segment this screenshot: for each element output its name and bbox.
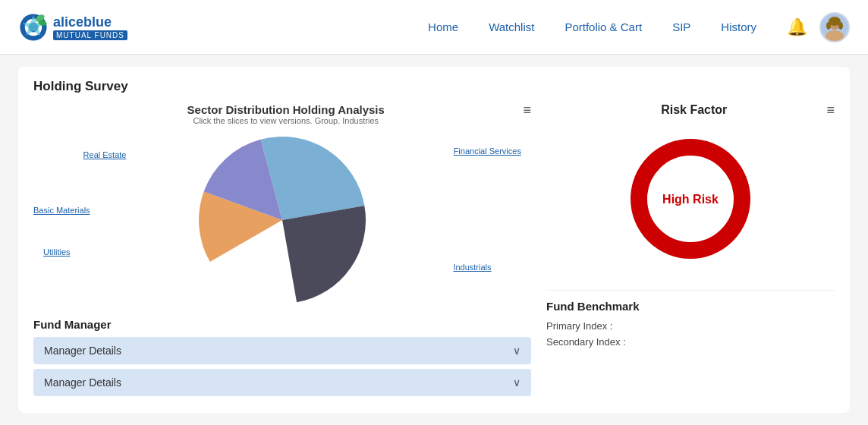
logo-name: aliceblue	[53, 14, 127, 30]
logo-area: aliceblue MUTUAL FUNDS	[18, 12, 127, 42]
secondary-index-label: Secondary Index :	[546, 336, 626, 348]
nav-watchlist[interactable]: Watchlist	[489, 20, 534, 33]
svg-point-11	[838, 22, 843, 30]
chart-menu-icon[interactable]: ≡	[523, 103, 531, 117]
label-industrials: Industrials	[453, 263, 491, 272]
logo-text: aliceblue MUTUAL FUNDS	[53, 14, 127, 40]
notification-bell-icon[interactable]: 🔔	[787, 17, 807, 37]
right-column: Risk Factor ≡ High Risk Fund Ben	[546, 103, 835, 401]
fund-manager-section: Fund Manager Manager Details ∨ Manager D…	[33, 318, 531, 401]
svg-point-7	[826, 30, 844, 41]
primary-index-row: Primary Index :	[546, 320, 835, 332]
label-utilities: Utilities	[43, 247, 70, 257]
nav-sip[interactable]: SIP	[672, 20, 690, 33]
header: aliceblue MUTUAL FUNDS Home Watchlist Po…	[0, 0, 868, 55]
chevron-down-icon-2: ∨	[513, 376, 520, 389]
logo-sub: MUTUAL FUNDS	[53, 30, 127, 40]
chart-title-group: Sector Distribution Holding Analysis Cli…	[49, 103, 523, 125]
label-basic-materials: Basic Materials	[33, 206, 90, 215]
risk-header: Risk Factor ≡	[546, 103, 835, 117]
chart-subtitle: Click the slices to view versions. Group…	[49, 116, 523, 125]
content-card: Holding Survey Sector Distribution Holdi…	[18, 67, 850, 413]
main-content: Holding Survey Sector Distribution Holdi…	[0, 55, 868, 425]
logo-icon	[18, 12, 49, 42]
chart-area: Financial Services Industrials Utilities…	[33, 128, 531, 312]
fund-manager-title: Fund Manager	[33, 318, 531, 331]
nav-portfolio[interactable]: Portfolio & Cart	[565, 20, 642, 33]
left-column: Sector Distribution Holding Analysis Cli…	[33, 103, 531, 401]
donut-container: High Risk	[546, 123, 835, 275]
risk-title: Risk Factor	[561, 103, 826, 117]
page-title: Holding Survey	[33, 79, 835, 94]
label-real-estate: Real Estate	[83, 150, 127, 159]
manager-row-1[interactable]: Manager Details ∨	[33, 337, 531, 364]
risk-menu-icon[interactable]: ≡	[826, 103, 835, 117]
chart-title: Sector Distribution Holding Analysis	[49, 103, 523, 116]
main-nav: Home Watchlist Portfolio & Cart SIP Hist…	[428, 20, 756, 33]
manager-row-2-label: Manager Details	[44, 376, 121, 389]
pie-slice-industrials[interactable]	[282, 206, 366, 302]
chart-header: Sector Distribution Holding Analysis Cli…	[33, 103, 531, 125]
two-column-layout: Sector Distribution Holding Analysis Cli…	[33, 103, 835, 401]
svg-point-10	[826, 22, 831, 30]
nav-history[interactable]: History	[721, 20, 756, 33]
avatar[interactable]	[819, 12, 850, 42]
header-icons: 🔔	[787, 12, 850, 42]
chevron-down-icon-1: ∨	[513, 345, 520, 357]
manager-row-1-label: Manager Details	[44, 345, 121, 357]
risk-donut-chart: High Risk	[622, 131, 759, 267]
label-financial-services: Financial Services	[454, 146, 521, 156]
nav-home[interactable]: Home	[428, 20, 458, 33]
chart-section: Sector Distribution Holding Analysis Cli…	[33, 103, 531, 312]
pie-chart[interactable]	[199, 137, 366, 304]
benchmark-title: Fund Benchmark	[546, 300, 835, 313]
benchmark-section: Fund Benchmark Primary Index : Secondary…	[546, 290, 835, 401]
risk-label: High Risk	[662, 193, 719, 206]
primary-index-label: Primary Index :	[546, 320, 612, 332]
secondary-index-row: Secondary Index :	[546, 336, 835, 348]
risk-section: Risk Factor ≡ High Risk	[546, 103, 835, 275]
manager-row-2[interactable]: Manager Details ∨	[33, 369, 531, 396]
